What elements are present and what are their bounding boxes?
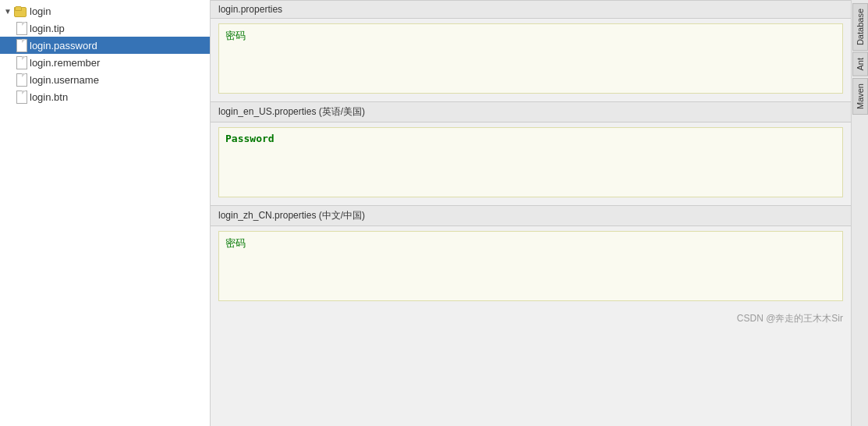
side-tab-ant-label: Ant	[856, 58, 865, 71]
tree-root-login[interactable]: ▼ login	[0, 3, 210, 20]
root-label: login	[30, 5, 51, 17]
folder-icon	[14, 6, 27, 17]
section-value-box-2[interactable]: Password	[218, 127, 843, 197]
item-label: login.password	[30, 40, 97, 51]
watermark: CSDN @奔走的王木木Sir	[211, 309, 851, 328]
file-icon	[16, 22, 27, 34]
left-panel: ▼ login login.tip login.password login.r…	[0, 0, 211, 426]
section-value-box-1[interactable]: 密码	[218, 23, 843, 94]
side-tabs: Database Ant Maven	[851, 0, 868, 426]
item-label: login.btn	[30, 91, 68, 103]
tree-item-login-username[interactable]: login.username	[0, 71, 210, 88]
file-icon	[16, 56, 27, 69]
section-value-3: 密码	[225, 237, 246, 249]
chevron-icon: ▼	[3, 7, 12, 16]
side-tab-ant[interactable]: Ant	[852, 52, 868, 76]
section-login-zh-cn-properties: login_zh_CN.properties (中文/中国) 密码	[211, 205, 851, 301]
section-header-1: login.properties	[211, 0, 851, 19]
section-header-2: login_en_US.properties (英语/美国)	[211, 101, 851, 122]
section-value-2: Password	[225, 133, 275, 144]
file-icon	[16, 39, 27, 51]
section-value-1: 密码	[225, 30, 246, 41]
section-login-properties: login.properties 密码	[211, 0, 851, 94]
tree-item-login-password[interactable]: login.password	[0, 37, 210, 54]
side-tab-database[interactable]: Database	[852, 3, 868, 51]
item-label: login.remember	[30, 57, 100, 69]
section-header-3: login_zh_CN.properties (中文/中国)	[211, 205, 851, 226]
tree-item-login-btn[interactable]: login.btn	[0, 88, 210, 105]
tree-item-login-remember[interactable]: login.remember	[0, 54, 210, 71]
section-header-label-2: login_en_US.properties (英语/美国)	[218, 106, 365, 117]
section-login-en-us-properties: login_en_US.properties (英语/美国) Password	[211, 101, 851, 197]
side-tab-maven[interactable]: Maven	[852, 78, 868, 115]
file-icon	[16, 91, 27, 103]
side-tab-database-label: Database	[856, 9, 865, 45]
file-icon	[16, 73, 27, 86]
section-header-label-1: login.properties	[218, 4, 282, 15]
section-header-label-3: login_zh_CN.properties (中文/中国)	[218, 210, 365, 221]
item-label: login.username	[30, 74, 99, 86]
item-label: login.tip	[30, 23, 65, 34]
side-tab-maven-label: Maven	[856, 83, 865, 109]
watermark-text: CSDN @奔走的王木木Sir	[737, 313, 843, 324]
tree-item-login-tip[interactable]: login.tip	[0, 20, 210, 37]
section-value-box-3[interactable]: 密码	[218, 231, 843, 301]
right-panel: login.properties 密码 login_en_US.properti…	[211, 0, 851, 426]
